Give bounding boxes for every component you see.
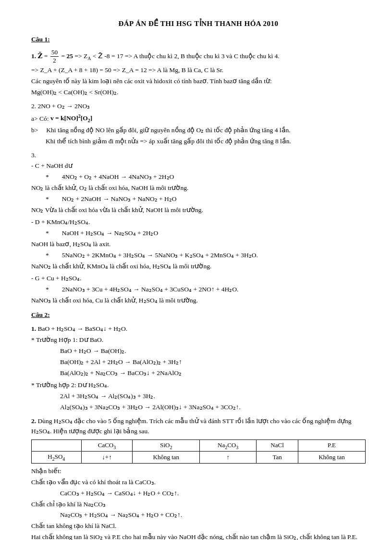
q3-r1: * 4NO₂ + O₂ + 4NaOH → 4NaNO₃ + 2H₂O — [46, 172, 366, 182]
table-cell-na2co3: ↑ — [200, 452, 257, 464]
q1-line3: Các nguyên tố này là kim loại nên các ox… — [31, 76, 366, 87]
q3-r2: * NO₂ + 2NaOH → NaNO₃ + NaNO₂ + H₂O — [46, 194, 366, 204]
q2-line-a: a> Có: v = k[NO]2[O2] — [31, 113, 366, 125]
table-header-empty — [32, 440, 82, 452]
q3-r5: * 2NaNO₃ + 3Cu + 4H₂SO₄ → Na₂SO₄ + 3CuSO… — [46, 285, 366, 295]
table-header-nacl: NaCl — [257, 440, 298, 452]
table-cell-nacl: Tan — [257, 452, 298, 464]
cau2-heading: Câu 2: — [31, 310, 366, 322]
q3-r1-note: NO₂ là chất khử, O₂ là chất oxi hóa, NaO… — [31, 183, 366, 193]
table-header-pe: P.E — [298, 440, 366, 452]
q3-r3: * NaOH + H₂SO₄ → Na₂SO₄ + 2H₂O — [46, 228, 366, 239]
q2-line-b: b> Khi tăng nồng độ NO lên gấp đôi, giữ … — [31, 126, 366, 136]
table-h2so4-label: H2SO4 — [32, 452, 82, 464]
q3-part-c: - C + NaOH dư — [31, 161, 366, 171]
table-cell-sio2: Không tan — [133, 452, 200, 464]
table-data-row: H2SO4 ↓+↑ Không tan ↑ Tan Không tan — [32, 452, 366, 464]
q1-line4: Mg(OH)₂ < Ca(OH)₂ < Sr(OH)₂. — [31, 88, 366, 98]
q3-label: 3. — [31, 151, 366, 161]
q3-r5-note: NaNO₃ là chất oxi hóa, Cu là chất khử, H… — [31, 296, 366, 306]
nhan-biet-n3: Chất tan không tạo khí là NaCl. — [31, 521, 366, 531]
cau2-q1-label: 1. BaO + H₂SO₄ → BaSO₄↓ + H₂O. — [31, 324, 366, 334]
section-cau1: Câu 1: 1. Z̄ = 50 2 = 25 => ZA < Z̄ -8 =… — [31, 35, 366, 305]
q2-line-b2: Khi thể tích bình giảm đi một nửa => áp … — [46, 137, 366, 147]
cau1-heading: Câu 1: — [31, 35, 366, 47]
q3-r3-note: NaOH là bazơ, H₂SO₄ là axit. — [31, 239, 366, 250]
nhan-biet-label: Nhận biết: — [31, 466, 366, 477]
q1-line1: 1. Z̄ = 50 2 = 25 => ZA < Z̄ -8 = 17 => … — [31, 49, 366, 64]
cau2-case1: * Trường Hợp 1: Dư BaO. — [31, 335, 366, 345]
section-cau2: Câu 2: 1. BaO + H₂SO₄ → BaSO₄↓ + H₂O. * … — [31, 310, 366, 540]
q3-r4: * 5NaNO₂ + 2KMnO₄ + 3H₂SO₄ → 5NaNO₃ + K₂… — [46, 251, 366, 261]
cau2-r1: BaO + H₂O → Ba(OH)₂. — [60, 346, 366, 356]
q3-r2-note: NO₂ Vừa là chất oxi hóa vừa là chất khử,… — [31, 205, 366, 215]
table-header-row: CaCO3 SiO2 Na2CO3 NaCl P.E — [32, 440, 366, 452]
cau2-r4: 2Al + 3H₂SO₄ → Al₂(SO₄)₃ + 3H₂. — [60, 391, 366, 402]
table-header-na2co3: Na2CO3 — [200, 440, 257, 452]
q1-line2: => Z_A + (Z_A + 8 + 18) = 50 => Z_A = 12… — [31, 65, 366, 75]
nhan-biet-n2r: Na₂CO₃ + H₂SO₄ → Na₂SO₄ + H₂O + CO₂↑. — [60, 510, 366, 520]
nhan-biet-n2: Chất chỉ tạo khí là Na₂CO₃ — [31, 500, 366, 510]
cau2-r2: Ba(OH)₂ + 2Al + 2H₂O → Ba(AlO₂)₂ + 3H₂↑ — [60, 357, 366, 367]
page-title: ĐÁP ÁN ĐỀ THI HSG TỈNH THANH HÓA 2010 — [31, 19, 366, 28]
q3-part-d: - D + KMnO₄/H₂SO₄. — [31, 217, 366, 227]
table-cell-pe: Không tan — [298, 452, 366, 464]
q2-line1: 2. 2NO + O₂ → 2NO₃ — [31, 101, 366, 112]
cau2-case2: * Trường hợp 2: Dư H₂SO₄. — [31, 380, 366, 390]
q3-part-g: - G + Cu + H₂SO₄. — [31, 274, 366, 284]
cau2-r5: Al₂(SO₄)₃ + 3Na₂CO₃ + 3H₂O → 2Al(OH)₃↓ +… — [60, 402, 366, 413]
q3-r4-note: NaNO₂ là chất khử, KMnO₄ là chất oxi hóa… — [31, 262, 366, 272]
table-header-sio2: SiO2 — [133, 440, 200, 452]
cau2-r3: Ba(AlO₂)₂ + Na₂CO₃ → BaCO₃↓ + 2NaAlO₂ — [60, 368, 366, 378]
table-header-caco3: CaCO3 — [81, 440, 133, 452]
nhan-biet-n1: Chất tạo vẩn đục và có khí thoát ra là C… — [31, 477, 366, 488]
experiment-table: CaCO3 SiO2 Na2CO3 NaCl P.E H2SO4 ↓+↑ Khô… — [31, 440, 366, 464]
nhan-biet-n4: Hai chất không tan là SiO₂ và P.E cho ha… — [31, 532, 366, 540]
nhan-biet-n1r: CaCO₃ + H₂SO₄ → CaSO₄↓ + H₂O + CO₂↑. — [60, 489, 366, 499]
cau2-q2-intro: 2. Dùng H₂SO₄ đặc cho vào 5 ống nghiệm. … — [31, 416, 366, 437]
table-cell-caco3: ↓+↑ — [81, 452, 133, 464]
